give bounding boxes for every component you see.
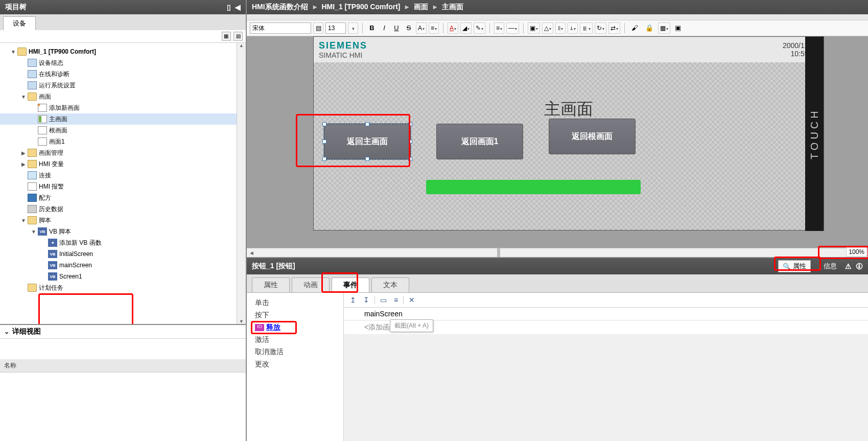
add-folder-icon[interactable]: ▭ — [378, 295, 389, 305]
event-item[interactable]: 按下 — [247, 309, 343, 321]
move-up-icon[interactable]: ↥ — [348, 295, 358, 305]
expand-icon[interactable]: ▶ — [20, 161, 27, 167]
fn-row-0[interactable]: mainScreen — [344, 308, 868, 320]
crumb-sep: ▸ — [313, 3, 317, 11]
tree-view-icon[interactable]: ▦ — [222, 32, 231, 41]
tree-item[interactable]: ▼脚本 — [0, 215, 246, 226]
tree-item[interactable]: VBScreen1 — [0, 271, 246, 282]
project-tree[interactable]: ▼HMI_1 [TP900 Comfort]设备组态在线和诊断运行系统设置▼画面… — [0, 43, 246, 296]
tree-item[interactable]: 计划任务 — [0, 282, 246, 293]
event-item[interactable]: IO释放 — [247, 321, 343, 334]
tree-item[interactable]: 画面1 — [0, 136, 246, 147]
tree-item[interactable]: HMI 报警 — [0, 181, 246, 192]
font-book-icon[interactable]: ▤ — [313, 22, 323, 34]
tree-item[interactable]: 连接 — [0, 170, 246, 181]
expand-icon[interactable]: ▼ — [20, 218, 27, 223]
ruler-icon[interactable]: ▣ — [672, 22, 684, 34]
align-v-dd[interactable]: ⫰▾ — [568, 22, 578, 34]
font-color-dd[interactable]: A▾ — [448, 22, 458, 34]
warning-icon[interactable]: ⚠ — [845, 262, 852, 270]
delete-icon[interactable]: ✕ — [407, 295, 417, 305]
move-down-icon[interactable]: ↧ — [361, 295, 371, 305]
hmi-button-3[interactable]: 返回根画面 — [549, 119, 636, 154]
line-color-dd[interactable]: ✎▾ — [474, 22, 485, 34]
tree-scrollbar[interactable] — [237, 43, 246, 324]
panel-pin-icon[interactable]: ▯ — [227, 3, 231, 11]
layer-back-dd[interactable]: △▾ — [542, 22, 553, 34]
brush-icon[interactable]: 🖌 — [629, 22, 641, 34]
device-icon — [28, 81, 37, 89]
align-h-dd[interactable]: ⫴▾ — [555, 22, 566, 34]
tree-item[interactable]: VBInitialScreen — [0, 248, 246, 260]
props-tab-properties[interactable]: 🔍 属性 — [778, 260, 811, 272]
ptab-anim[interactable]: 动画 — [292, 277, 330, 292]
tree-item[interactable]: ▼画面 — [0, 91, 246, 102]
tree-item[interactable]: ✦添加新 VB 函数 — [0, 237, 246, 248]
tree-item[interactable]: ▶画面管理 — [0, 147, 246, 158]
expand-icon[interactable]: ▼ — [31, 229, 37, 235]
ptab-events[interactable]: 事件 — [332, 277, 369, 292]
zoom-value[interactable]: 100% — [846, 247, 867, 257]
tree-toolbar: ▦ ▤ — [0, 30, 246, 43]
event-item[interactable]: 激活 — [247, 334, 343, 346]
fill-color-dd[interactable]: ◢▾ — [460, 22, 472, 34]
props-tab-info[interactable]: ℹ 信息 — [815, 261, 841, 272]
font-size-select[interactable] — [325, 22, 346, 34]
event-item[interactable]: 更改 — [247, 358, 343, 370]
screen-canvas[interactable]: SIEMENS SIMATIC HMI 2000/12/31 10:59:39 … — [247, 36, 868, 248]
crumb-2[interactable]: 画面 — [414, 3, 428, 11]
tree-item[interactable]: 配方 — [0, 192, 246, 203]
layer-front-dd[interactable]: ▣▾ — [528, 22, 540, 34]
event-item[interactable]: 单击 — [247, 297, 343, 309]
line-style-dd[interactable]: —▾ — [506, 22, 519, 34]
tree-item[interactable]: ▼VBVB 脚本 — [0, 226, 246, 237]
hmi-green-bar[interactable] — [426, 180, 641, 194]
strike-button[interactable]: S — [404, 22, 414, 34]
align-dd[interactable]: ≡▾ — [429, 22, 439, 34]
italic-button[interactable]: I — [379, 22, 389, 34]
tree-item-label: 主画面 — [49, 115, 67, 124]
rotate-dd[interactable]: ↻▾ — [595, 22, 606, 34]
events-list[interactable]: 单击按下IO释放激活取消激活更改 — [247, 293, 344, 441]
tree-item[interactable]: 设备组态 — [0, 57, 246, 68]
tree-item[interactable]: 添加新画面 — [0, 102, 246, 113]
detail-view-header[interactable]: ⌄ 详细视图 — [0, 324, 246, 339]
tree-item[interactable]: 历史数据 — [0, 203, 246, 215]
hmi-button-1[interactable]: 返回主画面 — [324, 124, 411, 159]
hmi-button-2[interactable]: 返回画面1 — [436, 124, 523, 159]
expand-icon[interactable]: ▶ — [20, 150, 27, 156]
font-select[interactable] — [250, 22, 311, 34]
line-width-dd[interactable]: ≡▾ — [494, 22, 504, 34]
diagnostics-icon[interactable]: 🛈 — [856, 262, 863, 270]
tab-devices[interactable]: 设备 — [3, 16, 36, 30]
tree-options-icon[interactable]: ▤ — [233, 32, 243, 41]
expand-icon[interactable]: ▼ — [10, 49, 16, 55]
ptab-props[interactable]: 属性 — [252, 277, 290, 292]
event-item[interactable]: 取消激活 — [247, 346, 343, 358]
underline-button[interactable]: U — [391, 22, 402, 34]
tree-item[interactable]: VBmainScreen — [0, 260, 246, 271]
tree-item[interactable]: ▶HMI 变量 — [0, 158, 246, 170]
lock-icon[interactable]: 🔒 — [643, 22, 656, 34]
tree-item[interactable]: 根画面 — [0, 125, 246, 136]
grid-dd[interactable]: ▦▾ — [658, 22, 670, 34]
ptab-text[interactable]: 文本 — [371, 277, 409, 292]
canvas-h-scrollbar[interactable]: ◀ ▶ 100% — [247, 248, 868, 257]
bold-button[interactable]: B — [367, 22, 377, 34]
function-list[interactable]: mainScreen <添加函数> 截图(Alt + A) — [344, 308, 868, 441]
font-extra-dd[interactable]: A▾ — [416, 22, 427, 34]
tree-item[interactable]: 在线和诊断 — [0, 68, 246, 80]
vb-icon: VB — [48, 261, 57, 269]
panel-collapse-icon[interactable]: ◀ — [235, 3, 241, 11]
tree-item[interactable]: ▼HMI_1 [TP900 Comfort] — [0, 46, 246, 57]
flip-dd[interactable]: ⇄▾ — [608, 22, 620, 34]
list-icon[interactable]: ≡ — [392, 295, 400, 305]
crumb-0[interactable]: HMI系统函数介绍 — [252, 3, 308, 11]
crumb-3[interactable]: 主画面 — [442, 3, 463, 11]
distribute-dd[interactable]: ⫼▾ — [580, 22, 593, 34]
tree-item[interactable]: 主画面 — [0, 113, 246, 125]
expand-icon[interactable]: ▼ — [20, 94, 27, 100]
tree-item[interactable]: 运行系统设置 — [0, 80, 246, 91]
size-dd-icon[interactable]: ▼ — [348, 22, 358, 34]
crumb-1[interactable]: HMI_1 [TP900 Comfort] — [321, 3, 400, 11]
